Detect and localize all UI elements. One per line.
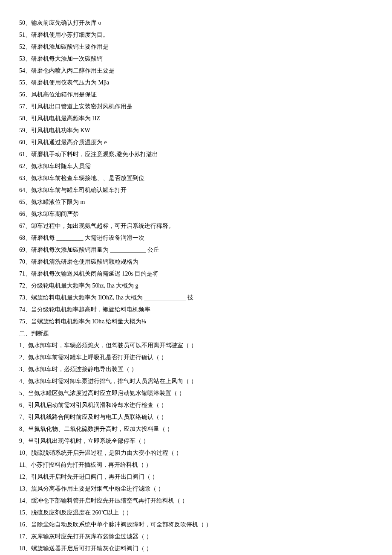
- judge-item: 12、引风机开启时先开进口阀门，再开出口阀门（ ）: [19, 471, 373, 483]
- fill-item: 54、研磨仓内喷入丙二醇作用主要是: [19, 65, 373, 77]
- section-2-title: 二、判断题: [19, 328, 373, 340]
- fill-item: 60、引风机通过最高介质温度为 e: [19, 137, 373, 148]
- judge-item: 6、引风机启动前需对引风机润滑和冷却水进行检查（ ）: [19, 399, 373, 411]
- judge-item: 13、旋风分离器作用主要是对烟气中粉尘进行滤除（ ）: [19, 483, 373, 495]
- fill-item: 53、研磨机每大添加一次碳酸钙: [19, 53, 373, 65]
- fill-item: 52、研磨机添加碳酸钙主要作用是: [19, 41, 373, 53]
- judge-item: 5、当氨水罐区氨气浓度过高时应立即启动氨水罐喷淋装置（ ）: [19, 387, 373, 399]
- fill-in-blank-list: 50、输灰前应先确认打开灰库 o51、研磨机使用小苏打细度为目。52、研磨机添加…: [19, 17, 373, 328]
- judge-item: 14、缓冲仓下部输料管开启时应先开压缩空气再打开给料机（ ）: [19, 495, 373, 507]
- fill-item: 56、风机高位油箱作用是保证: [19, 89, 373, 101]
- fill-item: 50、输灰前应先确认打开灰库 o: [19, 17, 373, 29]
- judge-item: 4、氨水卸车时需对卸车泵进行排气，排气时人员需站在上风向（ ）: [19, 375, 373, 387]
- fill-item: 63、氨水卸车前检查车辆接地、、是否放置到位: [19, 172, 373, 184]
- fill-item: 68、研磨机每 _________ 大需进行设备润滑一次: [19, 232, 373, 244]
- judge-item: 17、灰库输灰时应先打开灰库布袋除尘过滤器（ ）: [19, 531, 373, 543]
- fill-item: 74、当分级轮电机频率越高时，螺旋给料电机频率: [19, 304, 373, 316]
- fill-item: 55、研磨机使用仪表气压力为 Mβa: [19, 77, 373, 89]
- fill-item: 59、引风机电机功率为 KW: [19, 125, 373, 137]
- fill-item: 72、分级轮电机最大频率为 50hz, Ihz 大概为 g: [19, 280, 373, 292]
- judge-item: 1、氨水卸车时，车辆必须熄火，但驾驶员可以不用离开驾驶室（ ）: [19, 340, 373, 352]
- judge-item: 15、脱硫反应剂反应温度在 260℃以上（ ）: [19, 507, 373, 519]
- fill-item: 61、研磨机手动下料时，应注意观察,避免小苏打溢出: [19, 148, 373, 160]
- judge-item: 16、当除尘站自动反吹系统中单个脉冲阀故障时，可全部将反吹停机（ ）: [19, 519, 373, 531]
- fill-item: 58、引风机电机最高频率为 HZ: [19, 113, 373, 125]
- fill-item: 73、螺旋给料电机最大频率为 IlOhZ, Ihz 大概为 __________…: [19, 292, 373, 304]
- fill-item: 65、氨水罐液位下限为 m: [19, 196, 373, 208]
- judge-item: 8、当氮氧化物、二氧化硫数据升高时，应加大投料量（ ）: [19, 423, 373, 435]
- judge-item: 10、脱硫脱硝系统开启升温过程，是阻力由大变小的过程（ ）: [19, 447, 373, 459]
- judge-item: 2、氨水卸车前需对罐车上呼吸孔是否打开进行确认（ ）: [19, 352, 373, 363]
- fill-item: 57、引风机出口管道上安装密封风机作用是: [19, 101, 373, 113]
- judge-item: 18、螺旋输送器开启后可打开输灰仓进料阀门（ ）: [19, 543, 373, 555]
- judge-item: 3、氨水卸车时，必须连接静电导出装置（ ）: [19, 363, 373, 375]
- fill-item: 75、当螺旋给料电机频率为 IOhz,给料量大概为⅛: [19, 316, 373, 328]
- judge-item: 9、当引风机出现停机时，立即系统全部停车（ ）: [19, 435, 373, 447]
- fill-item: 62、氨水卸车时随车人员需: [19, 160, 373, 172]
- fill-item: 70、研磨机清洗研磨仓使用碳酸钙颗粒规格为: [19, 256, 373, 268]
- judge-item: 11、小苏打投料前先打开插板阀，再开给料机（ ）: [19, 459, 373, 471]
- fill-item: 69、研磨机每次添加碳酸钙用量为 ____________ 公丘: [19, 244, 373, 256]
- judge-item: 7、引风机线路合闸时前应及时与电工人员联络确认（ ）: [19, 411, 373, 423]
- judge-question-list: 1、氨水卸车时，车辆必须熄火，但驾驶员可以不用离开驾驶室（ ）2、氨水卸车前需对…: [19, 340, 373, 555]
- fill-item: 66、氨水卸车期间严禁: [19, 208, 373, 220]
- fill-item: 51、研磨机使用小苏打细度为目。: [19, 29, 373, 41]
- fill-item: 67、卸车过程中，如出现氨气超标，可开启系统进行稀释。: [19, 220, 373, 232]
- fill-item: 71、研磨机每次输送风机关闭前需延迟 120s 目的是将: [19, 268, 373, 280]
- fill-item: 64、氨水卸车前与罐车司机确认罐车打开: [19, 184, 373, 196]
